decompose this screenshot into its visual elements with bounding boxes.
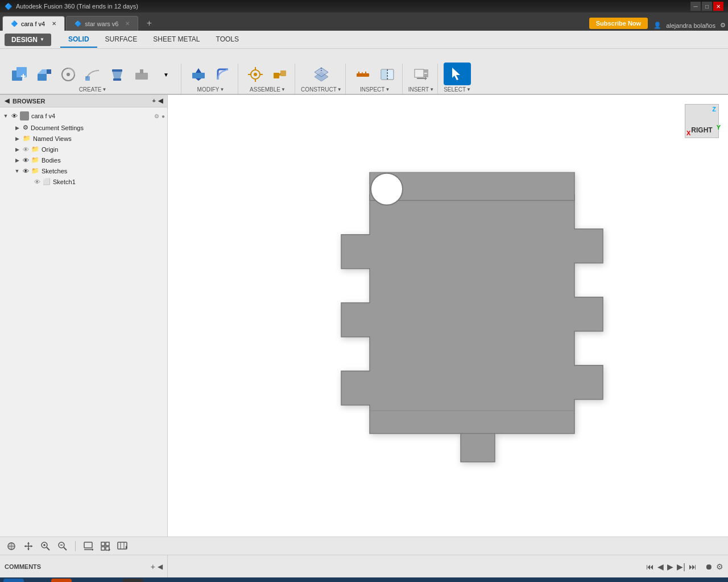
user-settings-icon[interactable]: ⚙	[720, 22, 726, 29]
close-button[interactable]: ✕	[713, 2, 723, 11]
as-built-joint-button[interactable]	[268, 64, 291, 85]
taskbar-notification-icon[interactable]: 🔔	[582, 579, 602, 582]
sweep-button[interactable]	[81, 64, 104, 85]
modify-label[interactable]: MODIFY ▼	[197, 86, 225, 93]
tree-item-root[interactable]: ▼ 👁 cara f v4 ⚙ ●	[0, 110, 167, 122]
start-button[interactable]	[3, 579, 24, 582]
sketches-expand[interactable]: ▼	[14, 168, 20, 174]
timeline-forward-button[interactable]: ⏭	[689, 562, 697, 571]
timeline-play-button[interactable]: ▶	[667, 562, 673, 571]
main-area: ◀ BROWSER + ◀ ▼ 👁 cara f v4 ⚙ ● ▶ ⚙	[0, 95, 728, 537]
taskbar-network-icon[interactable]: 📶	[607, 579, 627, 582]
sketch1-visibility-icon[interactable]: 👁	[34, 178, 40, 185]
zoom-fit-button[interactable]	[56, 539, 69, 553]
taskbar-chrome-button[interactable]	[75, 579, 96, 582]
browser-add-button[interactable]: +	[152, 97, 156, 105]
construct-label[interactable]: CONSTRUCT ▼	[301, 86, 342, 93]
root-visibility-icon[interactable]: 👁	[11, 113, 18, 119]
browser-collapse-button[interactable]: ◀	[158, 97, 163, 105]
insert-button[interactable]	[410, 64, 432, 85]
tab-sheet-metal[interactable]: SHEET METAL	[145, 32, 208, 48]
create-new-body-button[interactable]	[8, 64, 31, 85]
named-views-expand[interactable]: ▶	[14, 136, 20, 142]
zoom-tool-button[interactable]	[39, 539, 52, 553]
taskbar-app6-button[interactable]: 📱	[147, 579, 167, 582]
doc-settings-expand[interactable]: ▶	[14, 125, 20, 131]
select-button[interactable]	[444, 63, 471, 85]
taskbar-app7-button[interactable]	[171, 579, 191, 582]
extrude-button[interactable]	[32, 64, 55, 85]
svg-point-46	[371, 173, 403, 205]
tab-close-button-2[interactable]: ✕	[125, 20, 130, 27]
subscribe-button[interactable]: Subscribe Now	[589, 18, 648, 29]
tree-item-origin[interactable]: ▶ 👁 📁 Origin	[0, 144, 167, 155]
browser-collapse-arrow[interactable]: ◀	[5, 97, 9, 105]
timeline-record-button[interactable]: ⏺	[705, 562, 713, 571]
tab-close-button[interactable]: ✕	[52, 20, 56, 27]
inspect-label[interactable]: INSPECT ▼	[360, 86, 390, 93]
rib-button[interactable]	[130, 64, 153, 85]
orbit-tool-button[interactable]	[5, 539, 18, 553]
design-dropdown-arrow: ▼	[40, 37, 44, 42]
view-cube[interactable]: Z RIGHT Y X	[685, 104, 719, 138]
tree-item-sketch1[interactable]: 👁 ⬜ Sketch1	[0, 176, 167, 187]
tree-item-bodies[interactable]: ▶ 👁 📁 Bodies	[0, 155, 167, 165]
bodies-expand[interactable]: ▶	[14, 157, 20, 163]
construct-dropdown-arrow: ▼	[337, 87, 342, 92]
comments-collapse-button[interactable]: ◀	[158, 563, 163, 571]
new-tab-button[interactable]: +	[142, 16, 156, 31]
select-label-group[interactable]: SELECT ▼	[444, 86, 471, 93]
grid-options-button[interactable]	[98, 539, 112, 553]
timeline-settings-button[interactable]: ⚙	[716, 562, 723, 571]
revolve-button[interactable]	[57, 64, 80, 85]
bodies-folder-icon: 📁	[31, 156, 39, 164]
loft-button[interactable]	[106, 64, 129, 85]
measure-button[interactable]	[351, 64, 374, 85]
svg-rect-11	[112, 69, 122, 72]
tab-bar: 🔷 cara f v4 ✕ 🔷 star wars v6 ✕ + Subscri…	[0, 13, 728, 31]
display-options-button[interactable]	[115, 539, 129, 553]
origin-visibility-icon[interactable]: 👁	[23, 146, 29, 153]
insert-label[interactable]: INSERT ▼	[408, 86, 434, 93]
tab-star-wars-v6[interactable]: 🔷 star wars v6 ✕	[66, 16, 138, 31]
offset-plane-button[interactable]	[310, 64, 333, 85]
create-label[interactable]: CREATE ▼	[79, 86, 107, 93]
root-expand-arrow[interactable]: ▼	[2, 113, 9, 119]
root-settings-icon[interactable]: ⚙	[154, 113, 159, 119]
tab-tools[interactable]: TOOLS	[208, 32, 247, 48]
comments-add-button[interactable]: +	[151, 562, 155, 571]
origin-expand[interactable]: ▶	[14, 147, 20, 152]
tab-solid[interactable]: SOLID	[60, 32, 97, 48]
taskbar-files-button[interactable]	[27, 579, 48, 582]
create-icon	[10, 65, 28, 84]
press-pull-button[interactable]	[187, 64, 210, 85]
tab-surface[interactable]: SURFACE	[97, 32, 146, 48]
joint-button[interactable]	[244, 64, 267, 85]
taskbar-firefox-button[interactable]	[99, 579, 119, 582]
sketches-visibility-icon[interactable]: 👁	[23, 168, 29, 174]
minimize-button[interactable]: ─	[690, 2, 701, 11]
taskbar-fusion-button[interactable]: F	[123, 579, 143, 582]
view-options-button[interactable]	[81, 539, 95, 553]
assemble-label[interactable]: ASSEMBLE ▼	[250, 86, 286, 93]
3d-viewport[interactable]: Z RIGHT Y X	[168, 95, 728, 537]
tab-cara-f-v4[interactable]: 🔷 cara f v4 ✕	[2, 16, 65, 31]
taskbar-illustrator-button[interactable]: Ai	[51, 579, 72, 582]
create-more-button[interactable]: ▼	[155, 64, 177, 85]
timeline-next-button[interactable]: ▶|	[677, 562, 685, 571]
section-analysis-button[interactable]	[376, 64, 399, 85]
timeline-prev-button[interactable]: ◀	[657, 562, 664, 571]
tree-item-named-views[interactable]: ▶ 📁 Named Views	[0, 133, 167, 144]
maximize-button[interactable]: □	[702, 2, 712, 11]
bodies-visibility-icon[interactable]: 👁	[23, 157, 29, 164]
create-more-icon: ▼	[157, 65, 175, 84]
fillet-button[interactable]	[212, 64, 234, 85]
design-mode-button[interactable]: DESIGN ▼	[5, 34, 51, 46]
pan-tool-button[interactable]	[22, 539, 35, 553]
extrude-icon	[35, 65, 53, 84]
timeline-rewind-button[interactable]: ⏮	[646, 562, 654, 571]
taskbar-settings-button[interactable]: ⚙	[704, 579, 725, 582]
tree-item-sketches[interactable]: ▼ 👁 📁 Sketches	[0, 165, 167, 176]
taskbar-volume-icon[interactable]: 🔊	[632, 579, 652, 582]
tree-item-doc-settings[interactable]: ▶ ⚙ Document Settings	[0, 122, 167, 133]
